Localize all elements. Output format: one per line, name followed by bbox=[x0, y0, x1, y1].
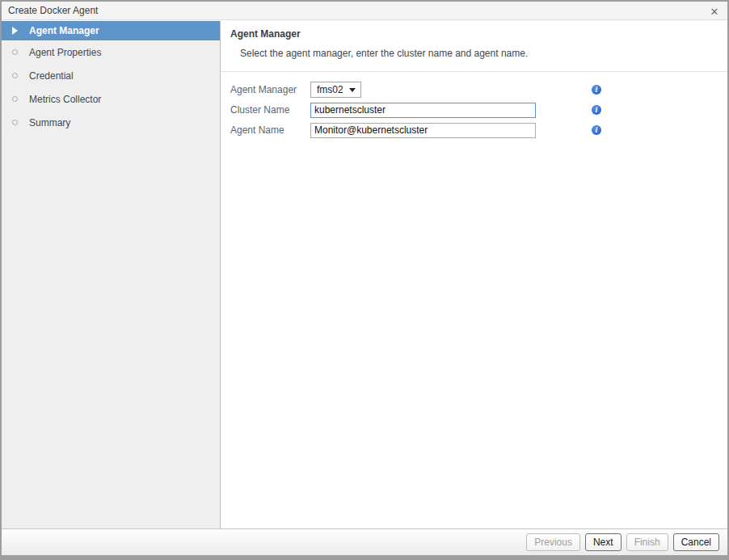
agent-manager-form: Agent Manager fms02 i Cluster Name i Age… bbox=[221, 80, 727, 141]
close-icon[interactable]: ✕ bbox=[707, 4, 722, 19]
finish-button[interactable]: Finish bbox=[626, 533, 668, 551]
step-label: Agent Properties bbox=[29, 47, 101, 58]
info-icon[interactable]: i bbox=[592, 105, 601, 115]
page-description: Select the agent manager, enter the clus… bbox=[230, 48, 727, 59]
create-docker-agent-dialog: Create Docker Agent ✕ Agent Manager Agen… bbox=[0, 0, 729, 560]
footer-button-bar: Previous Next Finish Cancel bbox=[2, 528, 727, 555]
agent-name-input[interactable] bbox=[310, 123, 536, 138]
sidebar-item-agent-properties[interactable]: Agent Properties bbox=[2, 40, 220, 64]
step-label: Summary bbox=[29, 117, 70, 128]
sidebar-item-metrics-collector[interactable]: Metrics Collector bbox=[2, 87, 220, 111]
cluster-name-row: Cluster Name i bbox=[221, 100, 727, 120]
cluster-name-input[interactable] bbox=[310, 103, 536, 118]
main-panel: Agent Manager Select the agent manager, … bbox=[221, 21, 727, 528]
step-circle-icon bbox=[12, 73, 18, 78]
header-separator bbox=[221, 71, 727, 72]
step-circle-icon bbox=[12, 120, 18, 125]
chevron-down-icon bbox=[349, 88, 356, 92]
sidebar-item-summary[interactable]: Summary bbox=[2, 111, 220, 134]
agent-name-label: Agent Name bbox=[221, 124, 310, 136]
step-label: Agent Manager bbox=[29, 25, 99, 36]
agent-manager-label: Agent Manager bbox=[221, 84, 310, 95]
cancel-button[interactable]: Cancel bbox=[673, 533, 719, 551]
selected-step-arrow-icon bbox=[12, 27, 18, 35]
previous-button[interactable]: Previous bbox=[526, 533, 580, 551]
dialog-body: Agent Manager Agent Properties Credentia… bbox=[2, 21, 727, 528]
sidebar-item-credential[interactable]: Credential bbox=[2, 64, 220, 87]
step-label: Credential bbox=[29, 70, 74, 82]
sidebar-item-agent-manager[interactable]: Agent Manager bbox=[2, 21, 220, 40]
window-title: Create Docker Agent bbox=[2, 5, 98, 16]
agent-manager-row: Agent Manager fms02 i bbox=[221, 80, 727, 99]
agent-name-row: Agent Name i bbox=[221, 120, 727, 140]
info-icon[interactable]: i bbox=[592, 85, 601, 95]
page-title: Agent Manager bbox=[230, 28, 727, 40]
info-icon[interactable]: i bbox=[592, 125, 601, 135]
step-circle-icon bbox=[12, 96, 18, 102]
agent-manager-dropdown-value: fms02 bbox=[317, 84, 343, 95]
titlebar: Create Docker Agent ✕ bbox=[2, 2, 727, 20]
next-button[interactable]: Next bbox=[585, 533, 622, 551]
step-circle-icon bbox=[12, 49, 18, 55]
wizard-steps-sidebar: Agent Manager Agent Properties Credentia… bbox=[2, 21, 221, 528]
cluster-name-label: Cluster Name bbox=[221, 104, 310, 116]
step-label: Metrics Collector bbox=[29, 94, 101, 105]
agent-manager-dropdown[interactable]: fms02 bbox=[310, 82, 361, 98]
content-header: Agent Manager Select the agent manager, … bbox=[221, 21, 727, 59]
